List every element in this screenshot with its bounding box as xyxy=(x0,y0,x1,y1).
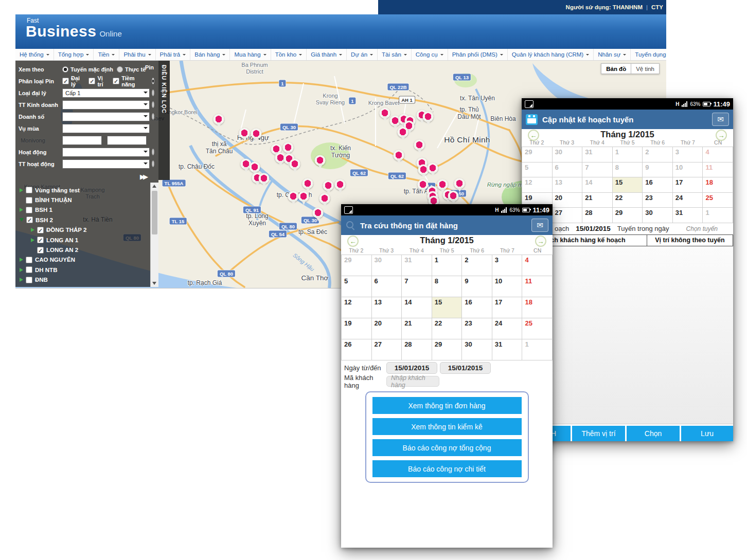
tree-checkbox[interactable] xyxy=(26,187,32,193)
menu-item-Phân phối (DMS)[interactable]: Phân phối (DMS) xyxy=(448,49,508,60)
calendar-day[interactable]: 4 xyxy=(703,147,733,162)
calendar-day[interactable]: 20 xyxy=(372,318,402,339)
menu-item-Tuyển dụng[interactable]: Tuyển dụng xyxy=(631,49,666,60)
menu-item-Giá thành[interactable]: Giá thành xyxy=(307,49,347,60)
calendar-day[interactable]: 1 xyxy=(613,147,643,162)
map-pin-icon[interactable] xyxy=(251,128,262,139)
calendar-day[interactable]: 30 xyxy=(372,255,402,276)
map-pin-icon[interactable] xyxy=(313,207,324,218)
map-pin-icon[interactable] xyxy=(418,179,429,190)
tree-expand-icon[interactable] xyxy=(31,228,34,232)
calendar-day[interactable]: 22 xyxy=(432,318,463,339)
map-pin-icon[interactable] xyxy=(414,139,425,150)
date-to-field[interactable]: 15/01/2015 xyxy=(440,362,491,374)
tree-checkbox[interactable] xyxy=(26,266,32,273)
menu-item-Phải thu[interactable]: Phải thu xyxy=(119,49,155,60)
prev-month-button[interactable]: ← xyxy=(347,236,359,247)
calendar-day[interactable]: 30 xyxy=(553,147,583,162)
action-button-Chọn[interactable]: Chọn xyxy=(627,426,680,441)
calendar-day[interactable]: 18 xyxy=(703,177,733,193)
map-pin-icon[interactable] xyxy=(283,142,294,153)
tree-item-BÌNH THUẬN[interactable]: BÌNH THUẬN xyxy=(15,195,150,205)
satellite-button[interactable]: Vệ tinh xyxy=(631,63,660,74)
mail-icon[interactable]: ✉ xyxy=(531,219,548,232)
tree-checkbox[interactable] xyxy=(26,257,32,263)
tree-item-DH NTB[interactable]: DH NTB xyxy=(15,265,150,275)
filter-conditions-tab[interactable]: ĐIỀU KIỆN LỌC xyxy=(158,61,170,180)
map-pin-icon[interactable] xyxy=(398,127,408,137)
tree-item-BSH 1[interactable]: BSH 1 xyxy=(15,205,150,215)
map-pin-icon[interactable] xyxy=(290,158,300,169)
mail-icon[interactable]: ✉ xyxy=(712,113,729,126)
menu-item-Tổng hợp[interactable]: Tổng hợp xyxy=(54,49,94,60)
select-Doanh số[interactable] xyxy=(62,112,150,121)
next-month-button[interactable]: → xyxy=(716,130,727,141)
apply-filter-button[interactable]: ▶▶ xyxy=(140,173,146,180)
calendar-day[interactable]: 14 xyxy=(402,297,432,318)
calendar-day[interactable]: 17 xyxy=(492,297,523,318)
tree-checkbox[interactable] xyxy=(26,277,32,283)
next-month-button[interactable]: → xyxy=(535,236,546,247)
select-TT hoạt động[interactable] xyxy=(62,159,150,169)
calendar-day[interactable]: 21 xyxy=(402,318,432,339)
calendar-day[interactable]: 4 xyxy=(522,255,553,276)
select-TT Kinh doanh[interactable] xyxy=(62,100,150,110)
map-pin-icon[interactable] xyxy=(423,111,434,122)
calendar-day[interactable]: 25 xyxy=(703,193,733,208)
scroll-up-icon[interactable] xyxy=(152,185,156,188)
action-button-Lưu[interactable]: Lưu xyxy=(681,426,733,441)
tree-item-LONG AN 1[interactable]: ✓LONG AN 1 xyxy=(15,235,150,245)
checkbox-Vị trí[interactable]: ✓ xyxy=(88,78,95,84)
customer-code-input[interactable]: Nhập khách hàng xyxy=(386,376,439,387)
map-pin-icon[interactable] xyxy=(448,190,459,201)
map-pin-icon[interactable] xyxy=(394,150,404,160)
menu-item-Mua hàng[interactable]: Mua hàng xyxy=(230,49,271,60)
map-pin-icon[interactable] xyxy=(428,162,438,173)
tree-checkbox[interactable] xyxy=(26,207,32,213)
date-from-field[interactable]: 15/01/2015 xyxy=(386,362,437,374)
map-pin-icon[interactable] xyxy=(239,128,250,138)
filter-input[interactable] xyxy=(62,136,102,145)
calendar-day[interactable]: 7 xyxy=(582,162,613,178)
calendar-day[interactable]: 5 xyxy=(342,276,372,297)
action-button[interactable]: Báo cáo công nợ tổng cộng xyxy=(372,439,522,456)
radio-Thực tế[interactable] xyxy=(117,66,123,73)
tree-expand-icon[interactable] xyxy=(20,258,23,262)
calendar-day[interactable]: 30 xyxy=(643,208,673,223)
calendar-day[interactable]: 5 xyxy=(522,162,553,178)
map-pin-icon[interactable] xyxy=(315,155,326,166)
calendar-day[interactable]: 24 xyxy=(492,318,523,339)
calendar-day[interactable]: 1 xyxy=(522,339,553,360)
menu-item-Quản lý khách hàng (CRM)[interactable]: Quản lý khách hàng (CRM) xyxy=(508,49,594,60)
calendar-day[interactable]: 8 xyxy=(613,162,643,178)
calendar-day[interactable]: 24 xyxy=(673,193,703,208)
menu-item-Dự án[interactable]: Dự án xyxy=(347,49,378,60)
calendar-day[interactable]: 25 xyxy=(522,318,553,339)
tree-expand-icon[interactable] xyxy=(20,268,23,272)
action-button[interactable]: Báo cáo công nợ chi tiết xyxy=(372,460,522,477)
calendar-day[interactable]: 6 xyxy=(372,276,402,297)
calendar-day[interactable]: 11 xyxy=(703,162,733,178)
calendar-day[interactable]: 14 xyxy=(582,177,613,193)
menu-item-Hệ thống[interactable]: Hệ thống xyxy=(15,49,54,60)
pin-radio[interactable] xyxy=(152,160,154,167)
select-Vụ mùa[interactable] xyxy=(62,124,150,133)
calendar-day[interactable]: 11 xyxy=(522,276,553,297)
calendar-day[interactable]: 3 xyxy=(673,147,703,162)
calendar-day[interactable]: 15 xyxy=(613,177,643,193)
calendar-day[interactable]: 26 xyxy=(342,339,372,360)
calendar-day[interactable]: 16 xyxy=(462,297,492,318)
calendar-day[interactable]: 29 xyxy=(522,147,553,162)
company-label[interactable]: CTY xyxy=(651,4,663,10)
calendar-day[interactable]: 30 xyxy=(462,339,492,360)
tree-expand-icon[interactable] xyxy=(20,208,23,212)
map-pin-icon[interactable] xyxy=(250,161,260,172)
tree-item-ĐNB[interactable]: ĐNB xyxy=(15,275,150,285)
calendar-day[interactable]: 13 xyxy=(372,297,402,318)
action-button[interactable]: Xem thông tin đơn hàng xyxy=(372,397,522,414)
tree-checkbox[interactable] xyxy=(26,197,32,204)
calendar-day[interactable]: 15 xyxy=(432,297,463,318)
radio-Tuyến mặc định[interactable] xyxy=(62,66,68,73)
scroll-down-icon[interactable] xyxy=(152,282,156,285)
action-button-Thêm vị trí[interactable]: Thêm vị trí xyxy=(572,426,625,441)
